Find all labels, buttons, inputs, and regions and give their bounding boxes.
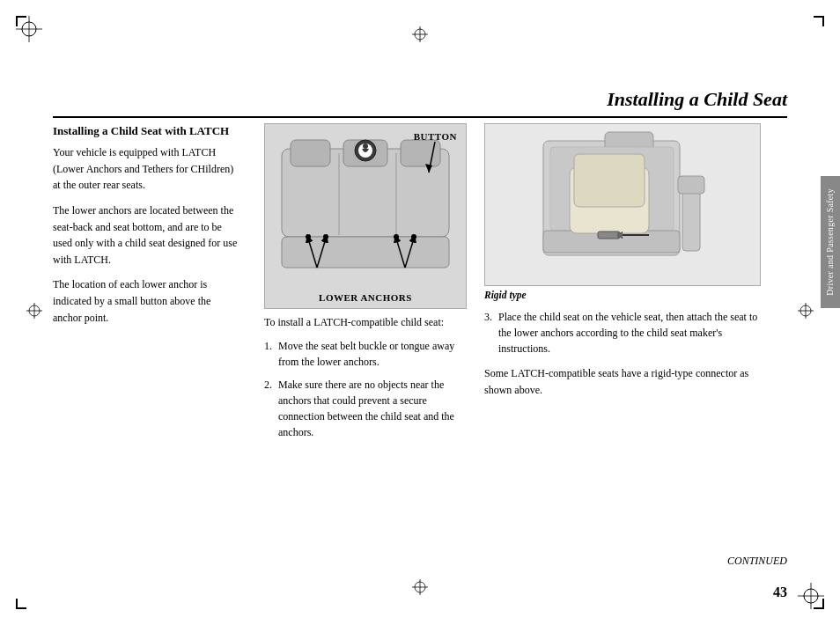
svg-rect-55 bbox=[617, 232, 623, 238]
paragraph-3: The location of each lower anchor is ind… bbox=[53, 276, 241, 326]
page: Installing a Child Seat Installing a Chi… bbox=[0, 0, 840, 625]
svg-rect-52 bbox=[598, 232, 620, 239]
list-item: 1. Move the seat belt buckle or tongue a… bbox=[264, 338, 467, 370]
svg-rect-8 bbox=[16, 599, 18, 609]
corner-mark-br bbox=[798, 583, 824, 609]
corner-mark-bl bbox=[16, 583, 42, 609]
left-column: Installing a Child Seat with LATCH Your … bbox=[53, 114, 255, 572]
svg-rect-57 bbox=[678, 176, 704, 194]
corner-mark-tr bbox=[798, 16, 824, 42]
extra-paragraph: Some LATCH-compatible seats have a rigid… bbox=[484, 365, 761, 398]
button-label: BUTTON bbox=[414, 131, 457, 177]
svg-rect-51 bbox=[574, 154, 645, 207]
list-item: 2. Make sure there are no objects near t… bbox=[264, 377, 467, 440]
bottom-center-mark bbox=[412, 579, 428, 599]
svg-point-45 bbox=[363, 143, 368, 149]
svg-rect-32 bbox=[282, 237, 449, 268]
svg-point-39 bbox=[306, 234, 311, 239]
side-tab-text: Driver and Passenger Safety bbox=[825, 188, 836, 296]
seat-diagram-main: BUTTON bbox=[265, 124, 466, 287]
right-steps-list: 3. Place the child seat on the vehicle s… bbox=[484, 309, 761, 357]
svg-rect-4 bbox=[16, 16, 18, 26]
rigid-type-illustration bbox=[534, 128, 711, 282]
page-title-area: Installing a Child Seat bbox=[53, 88, 787, 118]
middle-column: BUTTON bbox=[255, 114, 475, 572]
continued-text: CONTINUED bbox=[727, 555, 787, 568]
right-column: Rigid type 3. Place the child seat on th… bbox=[475, 114, 787, 572]
top-center-mark bbox=[412, 26, 428, 46]
lower-anchors-label: LOWER ANCHORS bbox=[319, 292, 412, 303]
svg-rect-6 bbox=[822, 16, 824, 26]
left-center-mark bbox=[26, 303, 42, 322]
side-tab: Driver and Passenger Safety bbox=[821, 176, 840, 308]
content-area: Installing a Child Seat with LATCH Your … bbox=[53, 114, 787, 572]
section-title: Installing a Child Seat with LATCH bbox=[53, 123, 241, 139]
diagram-label-area: LOWER ANCHORS bbox=[265, 287, 466, 308]
rigid-type-label: Rigid type bbox=[484, 290, 761, 300]
page-title: Installing a Child Seat bbox=[607, 88, 787, 110]
svg-marker-27 bbox=[425, 164, 432, 173]
svg-point-41 bbox=[394, 234, 399, 239]
install-intro: To install a LATCH-compatible child seat… bbox=[264, 314, 467, 331]
svg-rect-13 bbox=[822, 599, 824, 609]
right-center-mark bbox=[798, 303, 814, 322]
svg-point-40 bbox=[323, 234, 328, 239]
install-steps-list: 1. Move the seat belt buckle or tongue a… bbox=[264, 338, 467, 440]
corner-mark-tl bbox=[16, 16, 42, 42]
page-number: 43 bbox=[773, 585, 787, 600]
list-item: 3. Place the child seat on the vehicle s… bbox=[484, 309, 761, 357]
svg-point-42 bbox=[411, 234, 416, 239]
seat-diagram-box: BUTTON bbox=[264, 123, 467, 309]
svg-rect-29 bbox=[291, 140, 330, 166]
paragraph-2: The lower anchors are located between th… bbox=[53, 202, 241, 268]
rigid-type-diagram bbox=[484, 123, 761, 286]
paragraph-1: Your vehicle is equipped with LATCH (Low… bbox=[53, 144, 241, 194]
